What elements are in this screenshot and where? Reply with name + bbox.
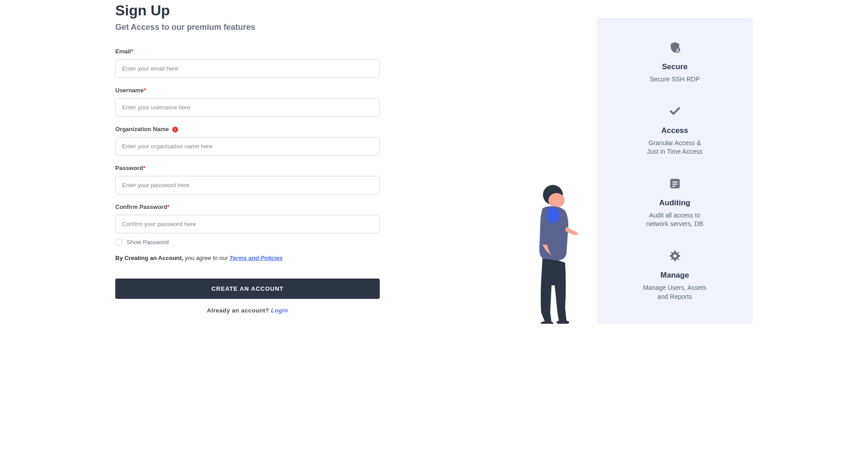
svg-rect-8: [672, 181, 678, 182]
feature-secure: Secure Secure SSH RDP: [610, 41, 739, 84]
email-label: Email*: [115, 48, 380, 55]
terms-link[interactable]: Terms and Policies: [229, 255, 283, 261]
create-account-button[interactable]: CREATE AN ACCOUNT: [115, 279, 380, 299]
login-prompt: Already an account? Login: [115, 307, 380, 314]
required-asterisk: *: [143, 165, 145, 171]
feature-desc: Secure SSH RDP: [610, 75, 739, 84]
svg-rect-9: [672, 184, 678, 184]
feature-desc: Audit all access to network servers, DB: [610, 211, 739, 229]
org-name-group: Organization Name !: [115, 126, 380, 156]
svg-point-4: [557, 320, 569, 324]
confirm-password-input[interactable]: [115, 215, 380, 233]
info-icon[interactable]: !: [172, 127, 178, 132]
svg-point-3: [541, 321, 553, 324]
gear-icon: [668, 249, 682, 263]
document-icon: [668, 177, 682, 190]
terms-prefix: By Creating an Account,: [115, 255, 185, 261]
username-input[interactable]: [115, 98, 380, 117]
feature-desc: Granular Access & Just in Time Access: [610, 139, 739, 156]
password-input[interactable]: [115, 176, 380, 194]
show-password-label: Show Password: [127, 239, 169, 246]
feature-manage: Manage Manage Users, Assets and Reports: [610, 249, 739, 301]
confirm-password-group: Confirm Password* Show Password: [115, 203, 380, 246]
email-group: Email*: [115, 48, 380, 78]
show-password-row: Show Password: [115, 239, 380, 246]
email-input[interactable]: [115, 59, 380, 78]
terms-text: By Creating an Account, you agree to our…: [115, 255, 441, 261]
login-prompt-text: Already an account?: [207, 307, 271, 314]
org-name-label-text: Organization Name: [115, 126, 169, 132]
shield-user-icon: [668, 41, 682, 54]
confirm-password-label-text: Confirm Password: [115, 203, 167, 210]
feature-title: Secure: [610, 62, 739, 71]
show-password-checkbox[interactable]: [115, 239, 122, 246]
terms-italic: you agree to our: [185, 255, 229, 261]
login-link[interactable]: Login: [271, 307, 288, 314]
feature-access: Access Granular Access & Just in Time Ac…: [610, 104, 739, 156]
password-group: Password*: [115, 165, 380, 194]
password-label: Password*: [115, 165, 380, 171]
feature-title: Manage: [610, 271, 739, 280]
required-asterisk: *: [131, 48, 133, 55]
svg-rect-10: [672, 185, 675, 186]
feature-auditing: Auditing Audit all access to network ser…: [610, 177, 739, 229]
username-label-text: Username: [115, 87, 144, 94]
svg-point-11: [673, 254, 676, 257]
confirm-password-label: Confirm Password*: [115, 203, 380, 210]
org-name-input[interactable]: [115, 137, 380, 156]
feature-title: Auditing: [610, 199, 739, 208]
password-label-text: Password: [115, 165, 143, 171]
required-asterisk: *: [144, 87, 146, 94]
svg-point-1: [548, 193, 565, 208]
features-panel: Secure Secure SSH RDP Access Granular Ac…: [597, 18, 753, 324]
required-asterisk: *: [167, 203, 170, 210]
feature-desc: Manage Users, Assets and Reports: [610, 284, 739, 301]
svg-point-6: [677, 48, 679, 50]
feature-title: Access: [610, 126, 739, 135]
signup-form-panel: Sign Up Get Access to our premium featur…: [115, 0, 441, 324]
org-name-label: Organization Name !: [115, 126, 380, 132]
username-label: Username*: [115, 87, 380, 94]
page-title: Sign Up: [115, 2, 441, 19]
svg-point-2: [547, 207, 559, 223]
username-group: Username*: [115, 87, 380, 117]
page-subtitle: Get Access to our premium features: [115, 23, 441, 32]
email-label-text: Email: [115, 48, 131, 55]
person-illustration: [527, 181, 585, 324]
checkmark-icon: [668, 104, 682, 118]
